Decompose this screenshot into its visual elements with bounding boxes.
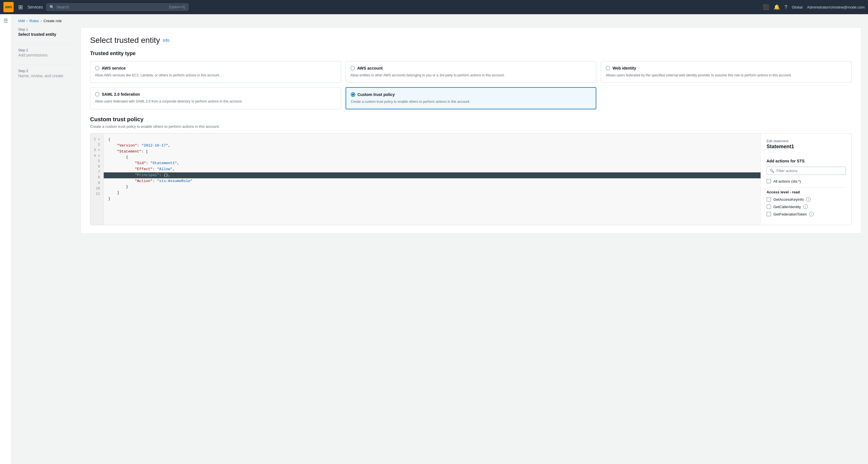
entity-card-aws-service[interactable]: AWS service Allow AWS services like EC2,… [90, 61, 341, 82]
all-actions-checkbox[interactable] [767, 179, 771, 184]
code-line-4: { [108, 155, 756, 160]
step-2: Step 2 Add permissions [18, 48, 74, 57]
code-line-11: } [108, 196, 756, 202]
remove-button[interactable]: Remove [832, 133, 846, 134]
entity-cards-row1: AWS service Allow AWS services like EC2,… [90, 61, 852, 82]
all-actions-label: All actions (sts:*) [773, 179, 801, 184]
form-area: Select trusted entity Info Trusted entit… [81, 28, 861, 233]
code-content[interactable]: { "Version": "2012-10-17", "Statement": … [104, 133, 761, 225]
entity-card-placeholder [601, 87, 852, 109]
code-line-9: } [108, 184, 756, 190]
custom-policy-title: Custom trust policy [90, 116, 852, 123]
entity-card-custom-trust[interactable]: Custom trust policy Create a custom trus… [346, 87, 596, 109]
radio-saml[interactable] [95, 92, 99, 97]
web-identity-title: Web identity [613, 66, 636, 70]
action-item-get-caller-identity[interactable]: GetCallerIdentity i [767, 204, 846, 209]
search-input[interactable] [57, 5, 167, 9]
global-search-bar: 🔍 [Option+S] [46, 3, 188, 11]
line-numbers: 1 ▾ 2 3 ▾ 4 ▾ 5 6 7 8 9 10 11 [90, 133, 104, 225]
custom-trust-title: Custom trust policy [358, 92, 395, 97]
code-line-7: "Principal": {}, [104, 172, 761, 178]
breadcrumb-roles[interactable]: Roles [29, 19, 39, 23]
bell-icon[interactable]: 🔔 [774, 4, 780, 10]
filter-search-icon: 🔍 [770, 169, 774, 173]
search-icon: 🔍 [50, 5, 54, 9]
radio-aws-service[interactable] [95, 66, 99, 70]
help-icon[interactable]: ? [784, 4, 787, 10]
get-access-key-checkbox[interactable] [767, 197, 771, 202]
custom-trust-desc: Create a custom trust policy to enable o… [351, 99, 591, 104]
get-access-key-label: GetAccessKeyInfo [773, 197, 804, 202]
page-wrapper: ☰ IAM › Roles › Create role Step 1 Selec… [0, 14, 868, 464]
user-menu[interactable]: Administrator/christine@mode.com [807, 5, 865, 9]
code-line-2: "Version": "2012-10-17", [108, 143, 756, 149]
content-body: Step 1 Select trusted entity Step 2 Add … [18, 28, 861, 233]
filter-actions-search: 🔍 [767, 167, 846, 175]
breadcrumb-current: Create role [43, 19, 62, 23]
statement-name: Statement1 [767, 144, 794, 150]
code-line-1: { [108, 137, 756, 143]
aws-account-desc: Allow entities in other AWS accounts bel… [350, 73, 592, 78]
step-1-title: Select trusted entity [18, 32, 74, 37]
get-access-key-info-icon[interactable]: i [806, 197, 811, 202]
info-link[interactable]: Info [163, 38, 169, 42]
action-item-get-access-key[interactable]: GetAccessKeyInfo i [767, 197, 846, 202]
get-caller-identity-checkbox[interactable] [767, 204, 771, 209]
right-panel: Edit statement Statement1 Remove Add act… [761, 133, 851, 225]
nav-right-section: ⬛ 🔔 ? Global Administrator/christine@mod… [763, 4, 865, 10]
step-2-title: Add permissions [18, 53, 74, 57]
aws-service-desc: Allow AWS services like EC2, Lambda, or … [95, 73, 336, 78]
action-item-get-federation-token[interactable]: GetFederationToken i [767, 212, 846, 217]
step-1-label: Step 1 [18, 28, 74, 32]
sidebar-toggle-icon[interactable]: ☰ [3, 18, 8, 24]
code-line-10: ] [108, 190, 756, 196]
search-shortcut-hint: [Option+S] [169, 5, 185, 9]
aws-service-title: AWS service [102, 66, 126, 70]
code-editor[interactable]: 1 ▾ 2 3 ▾ 4 ▾ 5 6 7 8 9 10 11 [90, 133, 761, 225]
all-actions-row[interactable]: All actions (sts:*) [767, 179, 846, 184]
web-identity-desc: Allows users federated by the specified … [606, 73, 847, 78]
get-caller-identity-label: GetCallerIdentity [773, 205, 801, 209]
step-2-label: Step 2 [18, 48, 74, 52]
code-line-6: "Effect": "Allow", [108, 166, 756, 172]
trusted-entity-section-title: Trusted entity type [90, 51, 852, 57]
page-title: Select trusted entity Info [90, 36, 852, 45]
aws-logo: AWS [3, 2, 13, 12]
get-caller-identity-info-icon[interactable]: i [803, 204, 808, 209]
apps-grid-icon[interactable]: ⊞ [17, 3, 24, 12]
entity-cards-row2: SAML 2.0 federation Allow users federate… [90, 87, 852, 109]
code-line-3: "Statement": [ [108, 149, 756, 155]
code-line-5: "Sid": "Statement1", [108, 160, 756, 166]
main-content: IAM › Roles › Create role Step 1 Select … [11, 14, 868, 464]
radio-custom-trust[interactable] [351, 92, 355, 97]
get-federation-token-label: GetFederationToken [773, 212, 807, 217]
edit-statement-label: Edit statement [767, 139, 794, 143]
terminal-icon[interactable]: ⬛ [763, 4, 769, 10]
saml-title: SAML 2.0 federation [102, 92, 140, 97]
breadcrumb-sep-2: › [41, 19, 42, 23]
step-3: Step 3 Name, review, and create [18, 69, 74, 78]
breadcrumb-sep-1: › [26, 19, 28, 23]
radio-web-identity[interactable] [606, 66, 610, 70]
left-sidebar: ☰ [0, 14, 11, 464]
top-navigation: AWS ⊞ Services 🔍 [Option+S] ⬛ 🔔 ? Global… [0, 0, 868, 14]
get-federation-token-info-icon[interactable]: i [809, 212, 814, 217]
radio-aws-account[interactable] [350, 66, 355, 70]
step-divider-1 [18, 43, 74, 44]
entity-card-web-identity[interactable]: Web identity Allows users federated by t… [601, 61, 852, 82]
entity-card-aws-account[interactable]: AWS account Allow entities in other AWS … [346, 61, 596, 82]
services-nav-label[interactable]: Services [28, 5, 43, 9]
steps-panel: Step 1 Select trusted entity Step 2 Add … [18, 28, 81, 233]
region-selector[interactable]: Global [792, 5, 803, 9]
saml-desc: Allow users federated with SAML 2.0 from… [95, 99, 336, 104]
entity-card-saml[interactable]: SAML 2.0 federation Allow users federate… [90, 87, 341, 109]
aws-account-title: AWS account [357, 66, 382, 70]
get-federation-token-checkbox[interactable] [767, 212, 771, 217]
breadcrumb: IAM › Roles › Create role [18, 19, 861, 23]
custom-policy-desc: Create a custom trust policy to enable o… [90, 124, 852, 129]
code-line-8: "Action": "sts:AssumeRole" [108, 178, 756, 184]
filter-actions-input[interactable] [776, 169, 843, 173]
step-3-label: Step 3 [18, 69, 74, 73]
add-actions-title: Add actions for STS [767, 159, 846, 163]
breadcrumb-iam[interactable]: IAM [18, 19, 25, 23]
